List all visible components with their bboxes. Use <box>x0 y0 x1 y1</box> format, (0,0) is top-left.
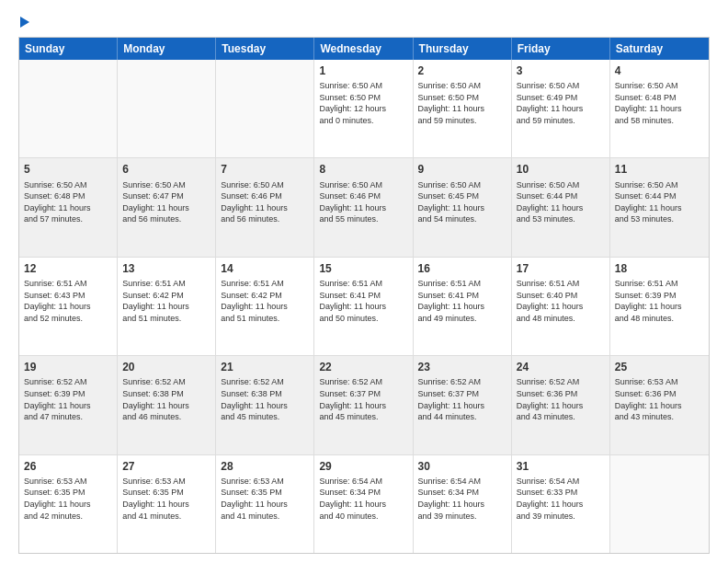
logo-arrow-icon <box>20 17 29 28</box>
calendar-cell: 26Sunrise: 6:53 AM Sunset: 6:35 PM Dayli… <box>19 455 118 553</box>
cell-info: Sunrise: 6:50 AM Sunset: 6:46 PM Dayligh… <box>221 179 309 225</box>
day-header-wednesday: Wednesday <box>314 38 413 60</box>
calendar-cell: 20Sunrise: 6:52 AM Sunset: 6:38 PM Dayli… <box>118 356 216 454</box>
cell-info: Sunrise: 6:50 AM Sunset: 6:44 PM Dayligh… <box>615 179 704 225</box>
cell-info: Sunrise: 6:52 AM Sunset: 6:37 PM Dayligh… <box>418 376 506 422</box>
calendar-cell: 23Sunrise: 6:52 AM Sunset: 6:37 PM Dayli… <box>414 356 512 454</box>
calendar-cell <box>118 60 216 157</box>
calendar-cell: 30Sunrise: 6:54 AM Sunset: 6:34 PM Dayli… <box>414 455 512 553</box>
cell-info: Sunrise: 6:50 AM Sunset: 6:50 PM Dayligh… <box>319 80 407 126</box>
page: SundayMondayTuesdayWednesdayThursdayFrid… <box>0 0 728 563</box>
calendar-body: 1Sunrise: 6:50 AM Sunset: 6:50 PM Daylig… <box>19 60 709 553</box>
cell-info: Sunrise: 6:54 AM Sunset: 6:34 PM Dayligh… <box>418 476 506 522</box>
calendar-cell: 13Sunrise: 6:51 AM Sunset: 6:42 PM Dayli… <box>118 258 216 355</box>
calendar-cell: 16Sunrise: 6:51 AM Sunset: 6:41 PM Dayli… <box>414 258 512 355</box>
calendar-cell: 15Sunrise: 6:51 AM Sunset: 6:41 PM Dayli… <box>314 258 413 355</box>
cell-info: Sunrise: 6:53 AM Sunset: 6:36 PM Dayligh… <box>615 376 704 422</box>
calendar-row-4: 26Sunrise: 6:53 AM Sunset: 6:35 PM Dayli… <box>19 455 709 553</box>
day-number: 30 <box>418 459 506 474</box>
calendar-cell: 9Sunrise: 6:50 AM Sunset: 6:45 PM Daylig… <box>414 158 512 256</box>
cell-info: Sunrise: 6:51 AM Sunset: 6:39 PM Dayligh… <box>615 278 704 324</box>
cell-info: Sunrise: 6:50 AM Sunset: 6:48 PM Dayligh… <box>24 179 112 225</box>
day-number: 29 <box>319 459 407 474</box>
cell-info: Sunrise: 6:52 AM Sunset: 6:38 PM Dayligh… <box>221 376 309 422</box>
cell-info: Sunrise: 6:50 AM Sunset: 6:50 PM Dayligh… <box>418 80 506 126</box>
calendar-cell: 22Sunrise: 6:52 AM Sunset: 6:37 PM Dayli… <box>314 356 413 454</box>
calendar-cell: 2Sunrise: 6:50 AM Sunset: 6:50 PM Daylig… <box>414 60 512 157</box>
calendar-cell: 8Sunrise: 6:50 AM Sunset: 6:46 PM Daylig… <box>314 158 413 256</box>
day-number: 27 <box>122 459 210 474</box>
day-number: 22 <box>319 360 407 374</box>
cell-info: Sunrise: 6:50 AM Sunset: 6:44 PM Dayligh… <box>517 179 605 225</box>
calendar-cell <box>216 60 314 157</box>
day-number: 7 <box>221 162 309 177</box>
calendar-row-1: 5Sunrise: 6:50 AM Sunset: 6:48 PM Daylig… <box>19 158 709 257</box>
cell-info: Sunrise: 6:50 AM Sunset: 6:46 PM Dayligh… <box>319 179 407 225</box>
cell-info: Sunrise: 6:50 AM Sunset: 6:48 PM Dayligh… <box>615 80 704 126</box>
calendar-cell: 19Sunrise: 6:52 AM Sunset: 6:39 PM Dayli… <box>19 356 118 454</box>
cell-info: Sunrise: 6:51 AM Sunset: 6:42 PM Dayligh… <box>122 278 210 324</box>
day-number: 8 <box>319 162 407 177</box>
day-number: 14 <box>221 261 309 276</box>
cell-info: Sunrise: 6:52 AM Sunset: 6:36 PM Dayligh… <box>517 376 605 422</box>
calendar-cell: 5Sunrise: 6:50 AM Sunset: 6:48 PM Daylig… <box>19 158 118 256</box>
calendar-cell: 7Sunrise: 6:50 AM Sunset: 6:46 PM Daylig… <box>216 158 314 256</box>
cell-info: Sunrise: 6:51 AM Sunset: 6:42 PM Dayligh… <box>221 278 309 324</box>
calendar-cell: 1Sunrise: 6:50 AM Sunset: 6:50 PM Daylig… <box>314 60 413 157</box>
cell-info: Sunrise: 6:50 AM Sunset: 6:47 PM Dayligh… <box>122 179 210 225</box>
cell-info: Sunrise: 6:53 AM Sunset: 6:35 PM Dayligh… <box>221 476 309 522</box>
day-number: 17 <box>517 261 605 276</box>
calendar-row-2: 12Sunrise: 6:51 AM Sunset: 6:43 PM Dayli… <box>19 258 709 356</box>
cell-info: Sunrise: 6:51 AM Sunset: 6:40 PM Dayligh… <box>517 278 605 324</box>
calendar-cell <box>19 60 118 157</box>
cell-info: Sunrise: 6:50 AM Sunset: 6:45 PM Dayligh… <box>418 179 506 225</box>
day-number: 4 <box>615 63 704 78</box>
day-number: 1 <box>319 63 407 78</box>
cell-info: Sunrise: 6:53 AM Sunset: 6:35 PM Dayligh… <box>122 476 210 522</box>
day-number: 26 <box>24 459 112 474</box>
header <box>18 17 710 28</box>
day-number: 19 <box>24 360 112 374</box>
cell-info: Sunrise: 6:52 AM Sunset: 6:37 PM Dayligh… <box>319 376 407 422</box>
day-number: 25 <box>615 360 704 374</box>
cell-info: Sunrise: 6:52 AM Sunset: 6:38 PM Dayligh… <box>122 376 210 422</box>
day-number: 13 <box>122 261 210 276</box>
day-number: 6 <box>122 162 210 177</box>
calendar-cell: 31Sunrise: 6:54 AM Sunset: 6:33 PM Dayli… <box>512 455 610 553</box>
cell-info: Sunrise: 6:51 AM Sunset: 6:41 PM Dayligh… <box>418 278 506 324</box>
cell-info: Sunrise: 6:54 AM Sunset: 6:34 PM Dayligh… <box>319 476 407 522</box>
day-number: 15 <box>319 261 407 276</box>
day-number: 20 <box>122 360 210 374</box>
calendar-cell: 24Sunrise: 6:52 AM Sunset: 6:36 PM Dayli… <box>512 356 610 454</box>
day-number: 10 <box>517 162 605 177</box>
day-header-sunday: Sunday <box>19 38 118 60</box>
calendar: SundayMondayTuesdayWednesdayThursdayFrid… <box>18 37 710 554</box>
cell-info: Sunrise: 6:52 AM Sunset: 6:39 PM Dayligh… <box>24 376 112 422</box>
calendar-cell: 10Sunrise: 6:50 AM Sunset: 6:44 PM Dayli… <box>512 158 610 256</box>
day-number: 2 <box>418 63 506 78</box>
day-number: 24 <box>517 360 605 374</box>
calendar-cell: 18Sunrise: 6:51 AM Sunset: 6:39 PM Dayli… <box>610 258 709 355</box>
day-headers: SundayMondayTuesdayWednesdayThursdayFrid… <box>19 38 709 60</box>
day-number: 21 <box>221 360 309 374</box>
cell-info: Sunrise: 6:51 AM Sunset: 6:41 PM Dayligh… <box>319 278 407 324</box>
day-number: 16 <box>418 261 506 276</box>
calendar-cell: 27Sunrise: 6:53 AM Sunset: 6:35 PM Dayli… <box>118 455 216 553</box>
day-number: 18 <box>615 261 704 276</box>
day-number: 9 <box>418 162 506 177</box>
calendar-cell: 28Sunrise: 6:53 AM Sunset: 6:35 PM Dayli… <box>216 455 314 553</box>
calendar-cell: 6Sunrise: 6:50 AM Sunset: 6:47 PM Daylig… <box>118 158 216 256</box>
day-number: 11 <box>615 162 704 177</box>
day-header-friday: Friday <box>512 38 610 60</box>
day-header-monday: Monday <box>118 38 216 60</box>
cell-info: Sunrise: 6:50 AM Sunset: 6:49 PM Dayligh… <box>517 80 605 126</box>
day-number: 23 <box>418 360 506 374</box>
calendar-cell: 29Sunrise: 6:54 AM Sunset: 6:34 PM Dayli… <box>314 455 413 553</box>
calendar-cell <box>610 455 709 553</box>
calendar-cell: 25Sunrise: 6:53 AM Sunset: 6:36 PM Dayli… <box>610 356 709 454</box>
calendar-cell: 4Sunrise: 6:50 AM Sunset: 6:48 PM Daylig… <box>610 60 709 157</box>
calendar-row-3: 19Sunrise: 6:52 AM Sunset: 6:39 PM Dayli… <box>19 356 709 454</box>
day-number: 3 <box>517 63 605 78</box>
day-number: 31 <box>517 459 605 474</box>
day-number: 28 <box>221 459 309 474</box>
